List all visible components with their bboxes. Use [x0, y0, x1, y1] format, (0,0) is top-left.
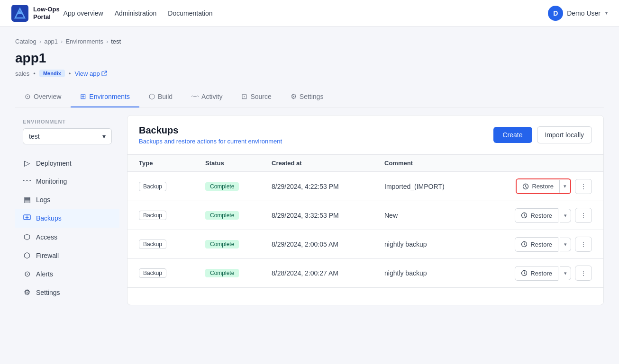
subtitle-dot2: •: [69, 70, 71, 77]
table-row: Backup Complete 8/29/2024, 2:00:05 AM ni…: [127, 230, 603, 259]
breadcrumb-app1[interactable]: app1: [44, 38, 58, 45]
breadcrumb-sep-1: ›: [39, 38, 41, 45]
row4-actions: Restore ▾ ⋮: [497, 266, 592, 281]
tab-activity[interactable]: 〰 Activity: [182, 87, 232, 107]
tabs: ⊙ Overview ⊞ Environments ⬡ Build 〰 Acti…: [15, 87, 604, 107]
restore-icon-1: [522, 183, 529, 190]
breadcrumb-environments[interactable]: Environments: [65, 38, 103, 45]
row2-comment: New: [384, 212, 497, 219]
activity-icon: 〰: [191, 93, 199, 101]
env-value: test: [29, 133, 40, 140]
restore-chevron-button-1[interactable]: ▾: [559, 180, 570, 193]
restore-chevron-button-2[interactable]: ▾: [560, 209, 571, 222]
env-select-chevron: ▾: [102, 133, 106, 140]
user-avatar: D: [548, 6, 563, 21]
restore-icon-3: [521, 241, 528, 248]
import-locally-button[interactable]: Import locally: [537, 126, 592, 143]
view-app-link[interactable]: View app: [74, 70, 107, 77]
sidebar-item-monitoring[interactable]: 〰 Monitoring: [15, 172, 119, 190]
tab-overview[interactable]: ⊙ Overview: [15, 87, 71, 107]
environments-icon: ⊞: [80, 92, 86, 101]
tab-source[interactable]: ⊡ Source: [232, 87, 281, 107]
row2-status: Complete: [205, 211, 272, 220]
breadcrumb-sep-3: ›: [106, 38, 108, 45]
col-actions: [497, 160, 592, 167]
user-menu[interactable]: D Demo User ▾: [548, 6, 608, 21]
subtitle-sales: sales: [15, 70, 29, 77]
restore-icon-2: [521, 212, 528, 219]
content-area: ENVIRONMENT test ▾ ▷ Deployment 〰 Monito…: [15, 107, 604, 313]
row1-actions: Restore ▾ ⋮: [497, 178, 592, 194]
sidebar-monitoring-label: Monitoring: [36, 178, 67, 185]
tab-settings[interactable]: ⚙ Settings: [281, 87, 333, 107]
breadcrumb-test: test: [111, 38, 121, 45]
row3-created: 8/29/2024, 2:00:05 AM: [272, 240, 384, 248]
backup-badge: Backup: [139, 268, 166, 278]
subtitle-dot: •: [33, 70, 36, 77]
tab-environments[interactable]: ⊞ Environments: [71, 87, 139, 107]
backups-icon: [23, 213, 31, 223]
more-button-1[interactable]: ⋮: [575, 179, 592, 194]
more-button-3[interactable]: ⋮: [575, 237, 592, 252]
env-label: ENVIRONMENT: [15, 119, 119, 124]
restore-chevron-button-4[interactable]: ▾: [560, 266, 571, 280]
tab-environments-label: Environments: [89, 93, 130, 100]
backups-actions: Create Import locally: [493, 126, 592, 143]
restore-button-4[interactable]: Restore: [515, 266, 558, 281]
sidebar-settings-label: Settings: [36, 289, 60, 296]
restore-chevron-button-3[interactable]: ▾: [560, 238, 571, 251]
tab-build[interactable]: ⬡ Build: [139, 87, 182, 107]
more-button-2[interactable]: ⋮: [575, 208, 592, 223]
table-row: Backup Complete 8/28/2024, 2:00:27 AM ni…: [127, 259, 603, 288]
breadcrumb-catalog[interactable]: Catalog: [15, 38, 36, 45]
backups-title-area: Backups Backups and restore actions for …: [139, 125, 493, 145]
restore-button-1[interactable]: Restore: [517, 179, 559, 193]
table-header: Type Status Created at Comment: [127, 155, 603, 172]
alerts-icon: ⊙: [23, 269, 31, 278]
sidebar-item-alerts[interactable]: ⊙ Alerts: [15, 265, 119, 283]
row3-comment: nightly backup: [384, 240, 497, 248]
sidebar-item-access[interactable]: ⬡ Access: [15, 228, 119, 246]
sidebar-item-backups[interactable]: Backups: [15, 209, 119, 228]
tab-build-label: Build: [158, 93, 173, 100]
tab-source-label: Source: [250, 93, 271, 100]
source-icon: ⊡: [241, 92, 247, 101]
breadcrumb-sep-2: ›: [61, 38, 63, 45]
nav-documentation[interactable]: Documentation: [168, 9, 212, 17]
restore-button-3[interactable]: Restore: [515, 237, 558, 252]
nav-app-overview[interactable]: App overview: [64, 9, 103, 17]
restore-button-2[interactable]: Restore: [515, 208, 558, 223]
backups-header: Backups Backups and restore actions for …: [127, 115, 603, 155]
complete-badge: Complete: [205, 182, 239, 191]
access-icon: ⬡: [23, 232, 31, 241]
nav-administration[interactable]: Administration: [115, 9, 157, 17]
sidebar-nav: ▷ Deployment 〰 Monitoring ▤ Logs: [15, 154, 119, 302]
more-button-4[interactable]: ⋮: [575, 266, 592, 281]
user-chevron-icon: ▾: [605, 10, 608, 16]
complete-badge: Complete: [205, 211, 239, 220]
sidebar-item-settings[interactable]: ⚙ Settings: [15, 283, 119, 302]
col-created: Created at: [272, 160, 384, 167]
create-button[interactable]: Create: [493, 127, 532, 143]
table-row: Backup Complete 8/29/2024, 3:32:53 PM Ne…: [127, 201, 603, 230]
sidebar-item-deployment[interactable]: ▷ Deployment: [15, 154, 119, 172]
firewall-icon: ⬡: [23, 251, 31, 260]
sidebar-item-logs[interactable]: ▤ Logs: [15, 190, 119, 209]
table-row: Backup Complete 8/29/2024, 4:22:53 PM Im…: [127, 172, 603, 201]
env-select[interactable]: test ▾: [23, 128, 112, 144]
row1-comment: Imported_(IMPORT): [384, 183, 497, 190]
row3-type: Backup: [139, 240, 205, 249]
page-subtitle: sales • Mendix • View app: [15, 70, 604, 77]
col-type: Type: [139, 160, 205, 167]
overview-icon: ⊙: [25, 92, 31, 101]
restore-highlighted-wrapper: Restore ▾: [516, 178, 571, 194]
main-content: Catalog › app1 › Environments › test app…: [0, 27, 619, 324]
breadcrumb: Catalog › app1 › Environments › test: [15, 38, 604, 45]
restore-icon-4: [521, 270, 528, 276]
tab-overview-label: Overview: [34, 93, 61, 100]
sidebar-access-label: Access: [36, 233, 57, 241]
badge-mendix: Mendix: [39, 70, 65, 77]
row4-comment: nightly backup: [384, 269, 497, 277]
logo[interactable]: Low-Ops Portal: [11, 5, 60, 22]
sidebar-item-firewall[interactable]: ⬡ Firewall: [15, 246, 119, 265]
